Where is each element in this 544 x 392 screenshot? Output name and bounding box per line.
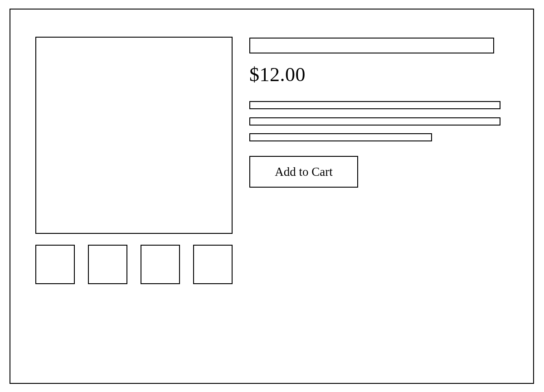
- thumbnail-1[interactable]: [35, 245, 75, 284]
- product-main-image[interactable]: [35, 37, 233, 234]
- thumbnail-4[interactable]: [193, 245, 233, 284]
- product-price: $12.00: [249, 63, 306, 86]
- description-line-1: [249, 101, 500, 109]
- thumbnail-row: [35, 245, 233, 284]
- description-line-2: [249, 117, 500, 126]
- description-line-3: [249, 133, 432, 141]
- page-frame: $12.00 Add to Cart: [10, 9, 534, 384]
- thumbnail-3[interactable]: [141, 245, 180, 284]
- product-title-placeholder: [249, 38, 494, 53]
- add-to-cart-button[interactable]: Add to Cart: [249, 156, 358, 188]
- add-to-cart-label: Add to Cart: [275, 165, 333, 179]
- thumbnail-2[interactable]: [88, 245, 127, 284]
